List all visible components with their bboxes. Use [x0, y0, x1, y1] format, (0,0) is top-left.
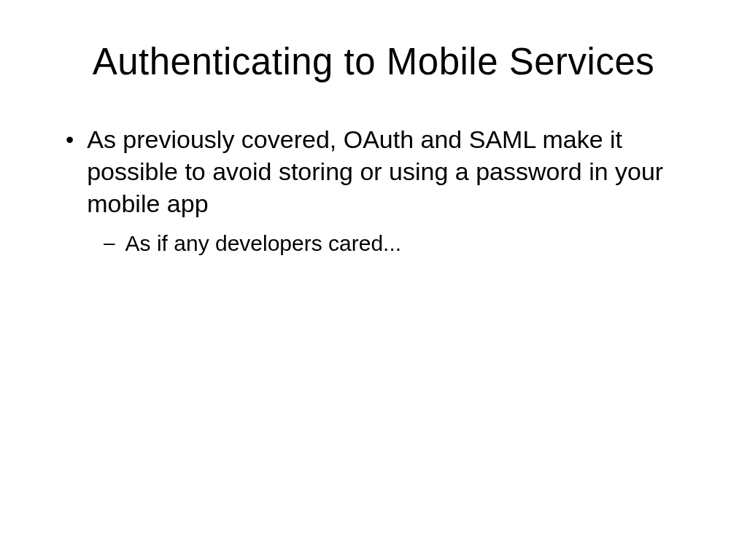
dash-marker-icon: –: [104, 229, 115, 257]
sub-bullet-text: As if any developers cared...: [125, 229, 402, 257]
slide: Authenticating to Mobile Services • As p…: [0, 0, 747, 560]
bullet-text: As previously covered, OAuth and SAML ma…: [87, 123, 692, 220]
bullet-level-1: • As previously covered, OAuth and SAML …: [66, 123, 692, 220]
slide-content: • As previously covered, OAuth and SAML …: [55, 123, 692, 257]
bullet-level-2: – As if any developers cared...: [104, 229, 692, 257]
bullet-marker-icon: •: [66, 123, 74, 155]
slide-title: Authenticating to Mobile Services: [55, 40, 692, 83]
